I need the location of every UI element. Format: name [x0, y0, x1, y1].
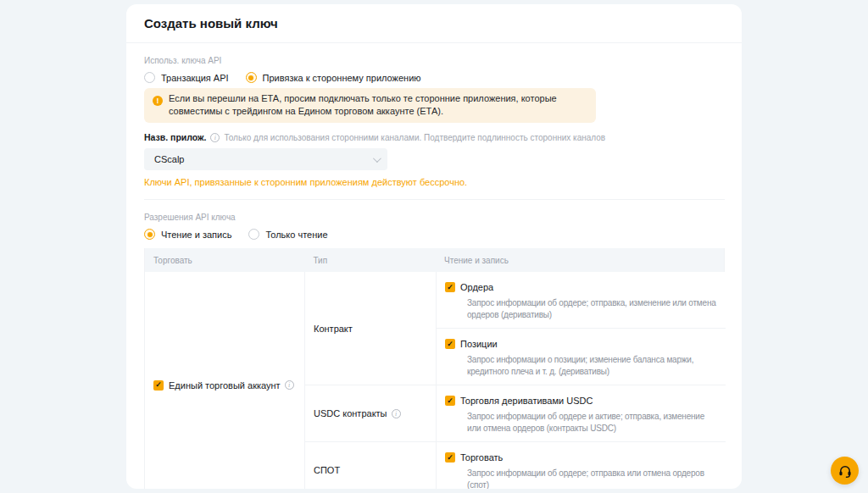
permissions-table-body: ✓ Единый торговый аккаунт i Контракт USD… — [145, 272, 724, 489]
support-fab-button[interactable] — [831, 457, 859, 485]
eta-warning-banner: ! Если вы перешли на ЕТА, просим подключ… — [144, 88, 596, 123]
unified-account-checkbox[interactable]: ✓ — [153, 380, 164, 391]
perpetual-key-note: Ключи API, привязанные к сторонним прило… — [144, 177, 725, 187]
type-contract-label: Контракт — [314, 324, 353, 334]
modal-header: Создать новый ключ — [126, 4, 742, 43]
radio-read-write-label: Чтение и запись — [161, 230, 231, 240]
radio-third-party-binding[interactable]: Привязка к стороннему приложению — [246, 72, 421, 83]
permission-orders-cell: ✓ Ордера Запрос информации об ордере; от… — [437, 272, 726, 328]
orders-description: Запрос информации об ордере; отправка, и… — [467, 297, 717, 321]
type-spot-label: СПОТ — [314, 465, 340, 475]
app-name-dropdown[interactable]: CScalp — [144, 148, 387, 170]
permissions-table-header: Торговать Тип Чтение и запись — [145, 248, 724, 272]
permissions-section: Разрешения API ключа Чтение и запись Тол… — [126, 213, 742, 489]
headset-icon — [837, 463, 853, 479]
app-name-row: Назв. прилож. i Только для использования… — [144, 132, 725, 142]
eta-warning-text: Если вы перешли на ЕТА, просим подключат… — [169, 92, 584, 118]
radio-selected-icon — [246, 72, 257, 83]
permissions-radio-group: Чтение и запись Только чтение — [144, 229, 725, 240]
radio-selected-icon — [144, 229, 155, 240]
orders-checkbox[interactable]: ✓ — [445, 282, 455, 292]
header-type: Тип — [304, 256, 436, 265]
radio-unselected-icon — [144, 72, 155, 83]
section-divider — [144, 199, 725, 200]
usage-section-label: Использ. ключа API — [144, 56, 725, 65]
info-icon[interactable]: i — [285, 380, 294, 390]
type-usdc-label: USDC контракты — [314, 408, 387, 418]
radio-read-only[interactable]: Только чтение — [248, 229, 327, 240]
unified-account-label: Единый торговый аккаунт — [169, 380, 281, 391]
spot-trade-label: Торговать — [460, 452, 503, 463]
usdc-trading-description: Запрос информации об ордере и активе; от… — [467, 411, 717, 435]
type-usdc-cell: USDC контракты i — [305, 385, 437, 441]
header-read-write: Чтение и запись — [436, 256, 724, 265]
radio-transaction-api[interactable]: Транзакция API — [144, 72, 229, 83]
radio-third-party-binding-label: Привязка к стороннему приложению — [263, 73, 421, 83]
create-api-key-modal: Создать новый ключ Использ. ключа API Тр… — [126, 4, 742, 489]
app-name-label: Назв. прилож. — [144, 132, 206, 142]
permissions-table: Торговать Тип Чтение и запись ✓ Единый т… — [144, 248, 725, 489]
info-icon[interactable]: i — [392, 409, 401, 418]
chevron-down-icon — [373, 154, 381, 163]
spot-trade-description: Запрос информации об ордере; отправка ил… — [467, 468, 717, 489]
radio-unselected-icon — [248, 229, 259, 240]
usdc-trading-label: Торговля деривативами USDC — [460, 396, 593, 406]
usdc-trading-checkbox[interactable]: ✓ — [445, 396, 455, 406]
usage-radio-group: Транзакция API Привязка к стороннему при… — [144, 72, 725, 83]
permission-positions-cell: ✓ Позиции Запрос информации о позиции; и… — [437, 328, 726, 385]
positions-description: Запрос информации о позиции; изменение б… — [467, 354, 717, 378]
positions-checkbox[interactable]: ✓ — [445, 339, 455, 349]
header-trade: Торговать — [145, 256, 304, 265]
warning-icon: ! — [153, 96, 163, 106]
app-name-dropdown-value: CScalp — [154, 154, 184, 164]
usage-section: Использ. ключа API Транзакция API Привяз… — [126, 56, 742, 199]
positions-label: Позиции — [460, 339, 498, 349]
permission-spot-trade-cell: ✓ Торговать Запрос информации об ордере;… — [437, 441, 726, 489]
type-spot-cell: СПОТ — [305, 441, 437, 489]
radio-read-write[interactable]: Чтение и запись — [144, 229, 231, 240]
unified-account-cell: ✓ Единый торговый аккаунт i — [145, 272, 305, 489]
permission-usdc-trading-cell: ✓ Торговля деривативами USDC Запрос инфо… — [437, 385, 726, 441]
orders-label: Ордера — [460, 282, 493, 292]
permissions-section-label: Разрешения API ключа — [144, 213, 725, 222]
spot-trade-checkbox[interactable]: ✓ — [445, 452, 455, 463]
info-icon[interactable]: i — [210, 133, 220, 142]
type-contract-cell: Контракт — [305, 272, 437, 385]
radio-read-only-label: Только чтение — [265, 230, 327, 240]
page-title: Создать новый ключ — [144, 16, 742, 30]
app-name-helper: Только для использования сторонними кана… — [224, 133, 605, 142]
radio-transaction-api-label: Транзакция API — [161, 73, 229, 83]
